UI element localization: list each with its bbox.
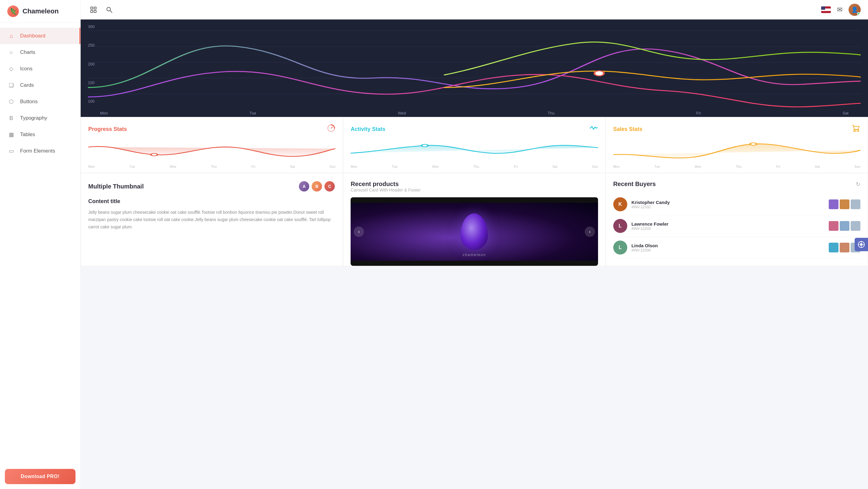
sidebar-item-charts[interactable]: ○ Charts bbox=[0, 44, 80, 61]
mail-icon[interactable]: ✉ bbox=[837, 6, 842, 14]
topbar-right: ✉ 👤 bbox=[821, 4, 861, 16]
progress-mini-chart bbox=[88, 138, 335, 162]
buyer-invoice: #INV-12332 bbox=[631, 205, 825, 209]
icons-nav-icon: ◇ bbox=[7, 65, 15, 73]
y-label-100: 100 bbox=[88, 99, 95, 103]
user-avatar[interactable]: 👤 bbox=[848, 4, 861, 16]
activity-stats-icon bbox=[590, 124, 598, 134]
multiple-thumbnail-card: Multiple Thumbnail A B C Content title J… bbox=[81, 173, 343, 266]
charts-nav-label: Charts bbox=[20, 49, 35, 55]
buyer-invoice: #INV-12334 bbox=[631, 248, 825, 252]
download-pro-button[interactable]: Download PRO! bbox=[5, 469, 75, 484]
progress-x-labels: Mon Tue Wex Thu Fri Sat Sun bbox=[88, 163, 335, 170]
buyer-avatar: L bbox=[613, 219, 627, 233]
svg-point-16 bbox=[854, 130, 856, 131]
sidebar-item-buttons[interactable]: ⬡ Buttons bbox=[0, 93, 80, 110]
settings-button[interactable] bbox=[855, 238, 868, 251]
search-icon[interactable] bbox=[104, 4, 115, 15]
y-label-150: 150 bbox=[88, 81, 95, 85]
logo-text: Chameleon bbox=[23, 7, 59, 15]
main-chart-svg bbox=[88, 24, 861, 110]
recent-products-title: Recent products bbox=[351, 181, 598, 188]
x-label-tue: Tue bbox=[250, 111, 256, 115]
y-label-250: 250 bbox=[88, 43, 95, 48]
buyer-thumb-2 bbox=[840, 200, 849, 209]
buyer-thumb-1 bbox=[829, 221, 838, 231]
buyer-thumb-3 bbox=[851, 221, 860, 231]
y-label-200: 200 bbox=[88, 62, 95, 66]
svg-point-18 bbox=[750, 143, 756, 145]
buyer-name: Linda Olson bbox=[631, 243, 825, 248]
carousel-prev-button[interactable]: ‹ bbox=[354, 226, 364, 237]
sidebar-item-form-elements[interactable]: ▭ Form Elements bbox=[0, 143, 80, 159]
tables-nav-label: Tables bbox=[20, 131, 35, 137]
carousel-image: chameleon bbox=[351, 203, 598, 261]
buyer-info: Lawrence Fowler #INV-12333 bbox=[631, 221, 825, 231]
buyer-name: Lawrence Fowler bbox=[631, 221, 825, 226]
sidebar-item-cards[interactable]: ❑ Cards bbox=[0, 77, 80, 93]
content-body: Jelly beans sugar plum cheesecake cookie… bbox=[88, 209, 335, 231]
buyer-thumb-3 bbox=[851, 200, 860, 209]
sales-stats-icon bbox=[852, 124, 860, 134]
stats-row: Progress Stats bbox=[81, 117, 868, 173]
x-label-mon: Mon bbox=[100, 111, 108, 115]
progress-stats-card: Progress Stats bbox=[81, 117, 343, 173]
form-elements-nav-label: Form Elements bbox=[20, 148, 55, 154]
online-dot bbox=[857, 12, 860, 15]
svg-line-5 bbox=[110, 10, 112, 12]
svg-point-17 bbox=[857, 130, 859, 131]
buttons-nav-icon: ⬡ bbox=[7, 98, 15, 106]
sales-stats-title: Sales Stats bbox=[613, 126, 643, 132]
typography-nav-icon: B bbox=[7, 114, 15, 122]
activity-mini-chart bbox=[351, 138, 598, 162]
recent-buyers-card: Recent Buyers ↻ K Kristopher Candy #INV-… bbox=[606, 173, 868, 266]
content-area: 300 250 200 150 100 bbox=[81, 20, 868, 489]
refresh-icon[interactable]: ↻ bbox=[856, 181, 860, 188]
x-label-thu: Thu bbox=[548, 111, 555, 115]
buyer-thumb-1 bbox=[829, 200, 838, 209]
bottom-row: Multiple Thumbnail A B C Content title J… bbox=[81, 173, 868, 266]
sales-mini-chart bbox=[613, 138, 860, 162]
thumb-2: B bbox=[311, 181, 322, 192]
svg-line-13 bbox=[331, 127, 332, 128]
chart-x-labels: Mon Tue Wed Thu Fri Sat bbox=[88, 111, 861, 118]
activity-x-labels: Mon Tue Wex Thu Fri Sat Sun bbox=[351, 163, 598, 170]
recent-products-card: Recent products Carousel Card With Heade… bbox=[343, 173, 606, 266]
cards-nav-label: Cards bbox=[20, 82, 34, 88]
sidebar-nav: ⌂ Dashboard ○ Charts ◇ Icons ❑ Cards ⬡ B… bbox=[0, 23, 80, 464]
svg-rect-2 bbox=[91, 10, 93, 12]
progress-stats-title: Progress Stats bbox=[88, 126, 127, 132]
logo-icon: 🦎 bbox=[7, 5, 19, 17]
x-label-wed: Wed bbox=[398, 111, 406, 115]
buyer-thumbnails bbox=[829, 221, 860, 231]
typography-nav-label: Typography bbox=[20, 115, 47, 121]
carousel-orb bbox=[461, 213, 488, 250]
svg-rect-1 bbox=[94, 7, 96, 9]
sidebar-item-typography[interactable]: B Typography bbox=[0, 110, 80, 126]
recent-buyers-title: Recent Buyers bbox=[613, 181, 656, 188]
buyers-list: K Kristopher Candy #INV-12332 L Lawrence… bbox=[613, 194, 860, 258]
carousel-container: chameleon ‹ › bbox=[351, 197, 598, 266]
multi-card-title: Multiple Thumbnail bbox=[88, 183, 144, 190]
buyer-avatar: K bbox=[613, 197, 627, 211]
activity-stats-card: Activity Stats bbox=[343, 117, 606, 173]
thumbnail-group: A B C bbox=[298, 181, 335, 192]
thumb-1: A bbox=[298, 181, 310, 192]
dashboard-nav-label: Dashboard bbox=[20, 33, 45, 39]
flag-icon[interactable] bbox=[821, 6, 831, 13]
svg-rect-3 bbox=[94, 10, 96, 12]
dashboard-nav-icon: ⌂ bbox=[7, 32, 15, 40]
buyer-info: Kristopher Candy #INV-12332 bbox=[631, 200, 825, 209]
expand-icon[interactable] bbox=[88, 4, 99, 15]
x-label-fri: Fri bbox=[696, 111, 701, 115]
buyer-row: K Kristopher Candy #INV-12332 bbox=[613, 194, 860, 215]
carousel-next-button[interactable]: › bbox=[585, 226, 595, 237]
sidebar-item-icons[interactable]: ◇ Icons bbox=[0, 61, 80, 77]
sidebar-item-tables[interactable]: ▦ Tables bbox=[0, 126, 80, 143]
sidebar-item-dashboard[interactable]: ⌂ Dashboard bbox=[0, 28, 80, 44]
icons-nav-label: Icons bbox=[20, 66, 33, 72]
thumb-3: C bbox=[324, 181, 335, 192]
buttons-nav-label: Buttons bbox=[20, 99, 38, 105]
chart-y-labels: 300 250 200 150 100 bbox=[88, 24, 95, 103]
buyer-avatar: L bbox=[613, 241, 627, 254]
